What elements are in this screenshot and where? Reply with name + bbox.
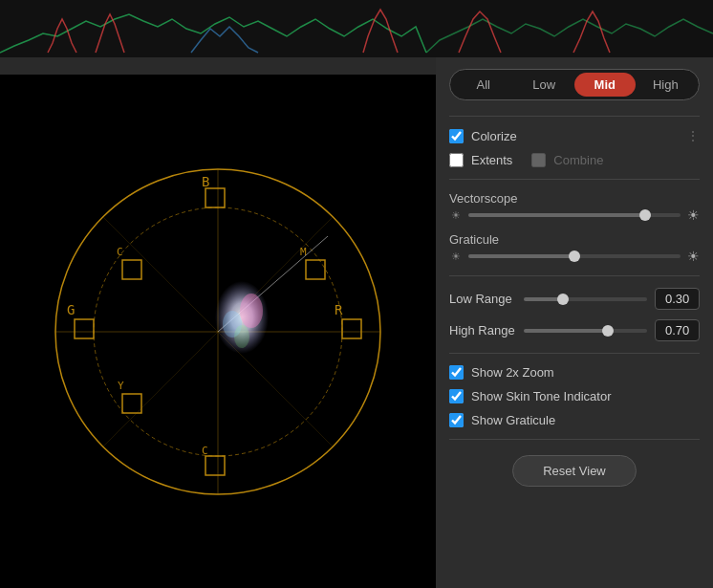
show-graticule-checkbox[interactable] bbox=[449, 413, 464, 427]
svg-text:G: G bbox=[67, 302, 75, 317]
combine-checkbox bbox=[531, 153, 546, 167]
vectorscope-svg: R M B C G Y C bbox=[46, 160, 390, 504]
divider-5 bbox=[449, 439, 700, 440]
extents-text: Extents bbox=[471, 153, 512, 167]
colorize-row: Colorize ⋮ bbox=[449, 128, 700, 143]
reset-view-button[interactable]: Reset View bbox=[512, 455, 637, 487]
brightness-low-icon: ☀ bbox=[449, 209, 463, 222]
svg-point-26 bbox=[234, 325, 249, 348]
combine-label: Combine bbox=[531, 153, 603, 167]
vectorscope-slider[interactable] bbox=[468, 213, 681, 217]
main-area: R M B C G Y C bbox=[0, 57, 713, 588]
graticule-slider[interactable] bbox=[468, 254, 681, 258]
extents-label[interactable]: Extents bbox=[449, 153, 512, 167]
vectorscope-label: Vectorscope bbox=[449, 191, 700, 206]
vectorscope-content: R M B C G Y C bbox=[0, 75, 436, 588]
options-icon[interactable]: ⋮ bbox=[686, 128, 700, 143]
extents-checkbox[interactable] bbox=[449, 153, 464, 167]
graticule-brightness-low-icon: ☀ bbox=[449, 250, 463, 263]
controls-panel: All Low Mid High Colorize ⋮ Extents Comb… bbox=[436, 57, 713, 588]
low-range-label: Low Range bbox=[449, 292, 516, 306]
show-2x-zoom-checkbox[interactable] bbox=[449, 365, 464, 380]
high-range-slider[interactable] bbox=[524, 329, 647, 333]
show-skin-tone-label[interactable]: Show Skin Tone Indicator bbox=[449, 389, 611, 403]
show-2x-zoom-label[interactable]: Show 2x Zoom bbox=[449, 365, 554, 380]
vectorscope-section: Vectorscope ☀ ☀ bbox=[449, 191, 700, 223]
graticule-slider-row: ☀ ☀ bbox=[449, 249, 700, 264]
svg-text:R: R bbox=[335, 302, 343, 317]
show-skin-tone-row: Show Skin Tone Indicator bbox=[449, 389, 700, 403]
divider-1 bbox=[449, 116, 700, 117]
high-range-value[interactable]: 0.70 bbox=[655, 319, 700, 341]
extents-combine-row: Extents Combine bbox=[449, 153, 700, 167]
tab-row: All Low Mid High bbox=[449, 69, 700, 100]
tab-mid[interactable]: Mid bbox=[574, 73, 636, 97]
svg-text:C: C bbox=[117, 246, 123, 258]
low-range-row: Low Range 0.30 bbox=[449, 288, 700, 310]
show-2x-zoom-text: Show 2x Zoom bbox=[471, 365, 554, 380]
low-range-slider[interactable] bbox=[524, 297, 647, 301]
tab-high[interactable]: High bbox=[636, 73, 697, 97]
show-2x-zoom-row: Show 2x Zoom bbox=[449, 365, 700, 380]
show-graticule-label[interactable]: Show Graticule bbox=[449, 413, 555, 427]
show-skin-tone-checkbox[interactable] bbox=[449, 389, 464, 403]
vectorscope-panel: R M B C G Y C bbox=[0, 57, 436, 588]
tab-all[interactable]: All bbox=[453, 73, 514, 97]
graticule-section: Graticule ☀ ☀ bbox=[449, 232, 700, 264]
show-graticule-row: Show Graticule bbox=[449, 413, 700, 427]
show-skin-tone-text: Show Skin Tone Indicator bbox=[471, 389, 611, 403]
waveform-strip bbox=[0, 0, 713, 57]
tab-low[interactable]: Low bbox=[514, 73, 575, 97]
graticule-brightness-high-icon: ☀ bbox=[686, 249, 700, 264]
graticule-label: Graticule bbox=[449, 232, 700, 247]
colorize-text: Colorize bbox=[471, 129, 517, 143]
svg-text:B: B bbox=[202, 174, 209, 189]
vectorscope-slider-row: ☀ ☀ bbox=[449, 207, 700, 223]
colorize-label[interactable]: Colorize bbox=[449, 129, 517, 143]
high-range-label: High Range bbox=[449, 323, 516, 338]
svg-text:Y: Y bbox=[118, 380, 124, 392]
svg-text:C: C bbox=[202, 445, 208, 457]
high-range-row: High Range 0.70 bbox=[449, 319, 700, 341]
gray-bar bbox=[0, 57, 436, 75]
low-range-value[interactable]: 0.30 bbox=[655, 288, 700, 310]
svg-text:M: M bbox=[300, 246, 307, 258]
divider-4 bbox=[449, 353, 700, 354]
colorize-checkbox[interactable] bbox=[449, 129, 464, 143]
divider-3 bbox=[449, 275, 700, 276]
svg-point-24 bbox=[240, 294, 263, 328]
show-graticule-text: Show Graticule bbox=[471, 413, 555, 427]
brightness-high-icon: ☀ bbox=[686, 207, 700, 223]
combine-text: Combine bbox=[553, 153, 603, 167]
divider-2 bbox=[449, 179, 700, 180]
